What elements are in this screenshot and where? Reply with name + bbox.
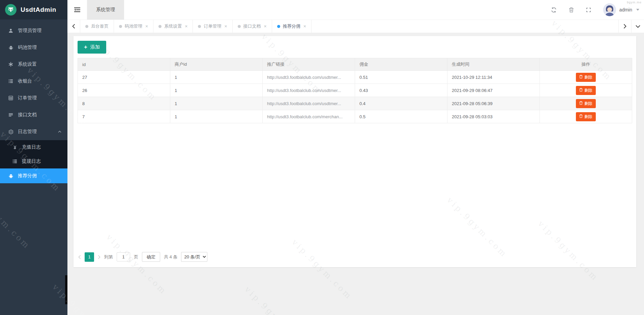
delete-button[interactable]: 删除 (576, 99, 596, 108)
tab-dot-icon (119, 25, 122, 28)
delete-button[interactable]: 删除 (576, 112, 596, 121)
sidebar-item-label: 提现日志 (22, 158, 41, 164)
cell-commission: 0.5 (355, 110, 447, 123)
sidebar-item-label: 日志管理 (18, 129, 37, 135)
caret-down-icon (636, 9, 639, 11)
username[interactable]: admin (619, 7, 632, 12)
cell-link: http://usdt3.footbalclub.com/usdtmer... (263, 84, 355, 97)
sidebar-item-pool-management[interactable]: 码池管理 (0, 39, 67, 56)
delete-button-label: 删除 (584, 88, 592, 93)
list-icon (8, 78, 13, 84)
tab-system-settings[interactable]: 系统设置 × (153, 20, 193, 33)
tab-close-icon[interactable]: × (185, 24, 187, 29)
android-icon (8, 45, 13, 50)
delete-button-label: 删除 (584, 101, 592, 106)
tab-label: 码池管理 (125, 23, 142, 29)
table-row: 8 1 http://usdt3.footbalclub.com/usdtmer… (78, 97, 632, 110)
column-header-commission: 佣金 (355, 58, 447, 71)
add-button[interactable]: + 添加 (78, 41, 106, 54)
delete-button[interactable]: 删除 (576, 86, 596, 95)
tabs-menu-chevron-down-icon[interactable] (631, 20, 644, 33)
tether-logo-icon (5, 4, 17, 15)
tab-close-icon[interactable]: × (224, 24, 227, 29)
delete-button-label: 删除 (584, 74, 592, 80)
avatar[interactable] (603, 3, 616, 16)
content-area: + 添加 id 商户id 推广链接 佣金 生成时间 操作 27 (67, 33, 644, 315)
lines-icon (8, 112, 13, 118)
trash-icon[interactable] (569, 7, 574, 12)
cell-id: 27 (78, 71, 170, 84)
sidebar-item-label: 充值日志 (22, 144, 41, 150)
cell-link: http://usdt3.footbalclub.com/merchan... (263, 110, 355, 123)
prev-page-icon[interactable] (78, 255, 81, 259)
sidebar-item-label: 系统设置 (18, 61, 37, 67)
delete-button[interactable]: 删除 (576, 73, 596, 82)
topbar: 系统管理 admin (67, 0, 644, 20)
sidebar-item-label: 码池管理 (18, 44, 37, 51)
tab-close-icon[interactable]: × (264, 24, 267, 29)
confirm-button[interactable]: 确定 (142, 252, 160, 262)
goto-page-input[interactable] (117, 252, 130, 261)
fullscreen-icon[interactable] (586, 7, 591, 12)
tab-close-icon[interactable]: × (145, 24, 148, 29)
pagination: 1 到第 页 确定 共 4 条 20 条/页 (78, 251, 632, 264)
commission-table: id 商户id 推广链接 佣金 生成时间 操作 27 1 http://usdt… (78, 58, 632, 123)
cell-merchant-id: 1 (170, 97, 263, 110)
tab-pool-management[interactable]: 码池管理 × (114, 20, 153, 33)
cell-merchant-id: 1 (170, 84, 263, 97)
tab-order-management[interactable]: 订单管理 × (193, 20, 232, 33)
tabs-spacer (312, 20, 618, 33)
tab-label: 推荐分佣 (283, 23, 300, 29)
tab-referral-commission[interactable]: 推荐分佣 × (272, 20, 312, 33)
tab-close-icon[interactable]: × (303, 24, 306, 29)
menu-fold-icon[interactable] (67, 0, 87, 20)
sidebar-item-cashier[interactable]: 收银台 (0, 73, 67, 90)
sidebar: UsdtAdmin 管理员管理 码池管理 系统设置 收银台 订单管理 接口文档 (0, 0, 67, 315)
goto-label: 到第 (104, 254, 113, 260)
sidebar-item-system-settings[interactable]: 系统设置 (0, 56, 67, 73)
table-header-row: id 商户id 推广链接 佣金 生成时间 操作 (78, 58, 632, 71)
tab-dashboard[interactable]: 后台首页 (80, 20, 114, 33)
sidebar-item-log-management[interactable]: 日志管理 (0, 123, 67, 140)
sidebar-item-order-management[interactable]: 订单管理 (0, 90, 67, 106)
app-logo: UsdtAdmin (0, 0, 67, 20)
topbar-actions: admin (551, 3, 644, 16)
plus-icon: + (84, 45, 87, 50)
table-row: 27 1 http://usdt3.footbalclub.com/usdtme… (78, 71, 632, 84)
tab-dot-icon (158, 25, 162, 28)
tab-dot-icon (277, 25, 280, 28)
list-icon (12, 159, 18, 164)
cell-id: 7 (78, 110, 170, 123)
refresh-icon[interactable] (551, 7, 557, 13)
next-page-icon[interactable] (98, 255, 100, 259)
page-size-select[interactable]: 20 条/页 (181, 252, 207, 262)
tabs-scroll-right-icon[interactable] (618, 20, 631, 33)
tags-bar: 后台首页 码池管理 × 系统设置 × 订单管理 × 接口文档 × 推荐分佣 × (67, 20, 644, 33)
card-spacer (78, 123, 632, 251)
tab-dot-icon (85, 25, 88, 28)
sidebar-item-api-docs[interactable]: 接口文档 (0, 106, 67, 123)
trash-icon (579, 114, 583, 119)
sidebar-item-withdraw-log[interactable]: 提现日志 (0, 154, 67, 168)
cell-created: 2021-09-29 08:06:47 (447, 84, 540, 97)
sidebar-item-recharge-log[interactable]: 充值日志 (0, 140, 67, 154)
sidebar-scrollbar[interactable] (65, 275, 67, 304)
user-menu[interactable]: admin (603, 3, 639, 16)
page-unit-label: 页 (134, 254, 138, 260)
sidebar-item-label: 收银台 (18, 78, 32, 84)
cell-created: 2021-10-29 12:11:34 (447, 71, 540, 84)
tabs-scroll-left-icon[interactable] (67, 20, 80, 33)
sidebar-item-referral-commission[interactable]: 推荐分佣 (0, 168, 67, 183)
column-header-action: 操作 (540, 58, 632, 71)
sidebar-item-admin-management[interactable]: 管理员管理 (0, 22, 67, 39)
nav-tab-system-management[interactable]: 系统管理 (87, 0, 124, 20)
total-count-label: 共 4 条 (164, 254, 177, 260)
tab-api-docs[interactable]: 接口文档 × (233, 20, 272, 33)
page-number-button[interactable]: 1 (85, 252, 94, 262)
column-header-id: id (78, 58, 170, 71)
tab-label: 接口文档 (243, 23, 261, 29)
cell-created: 2021-09-28 05:06:39 (447, 97, 540, 110)
sidebar-item-label: 管理员管理 (18, 28, 41, 34)
delete-button-label: 删除 (584, 114, 592, 120)
trash-icon (579, 88, 583, 93)
